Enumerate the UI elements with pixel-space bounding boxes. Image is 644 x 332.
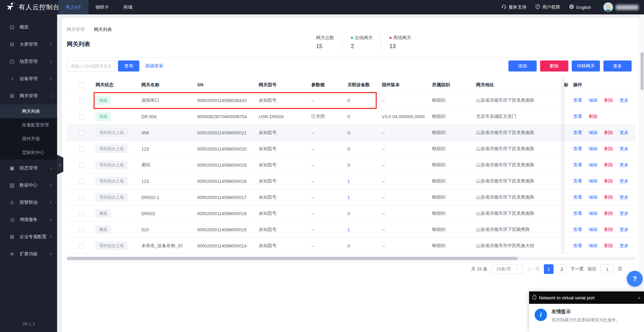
action-view[interactable]: 查看 <box>573 97 582 103</box>
user-permission-item[interactable]: 用户权限 <box>535 4 560 10</box>
action-edit[interactable]: 编辑 <box>589 146 598 152</box>
row-checkbox[interactable] <box>79 228 84 232</box>
row-checkbox[interactable] <box>79 147 84 152</box>
sidebar-item[interactable]: ▥数据中心∨ <box>0 177 57 194</box>
action-delete[interactable]: 删除 <box>604 194 613 200</box>
action-delete[interactable]: 删除 <box>604 146 613 152</box>
sidebar-item[interactable]: ◔设备管理∨ <box>0 70 57 87</box>
help-button[interactable]: ? <box>627 271 643 287</box>
action-delete[interactable]: 删除 <box>604 130 613 136</box>
sidebar-item[interactable]: ◷增值服务∨ <box>0 211 57 228</box>
select-all-checkbox[interactable] <box>79 82 84 87</box>
action-delete[interactable]: 删除 <box>604 210 613 217</box>
device-count-cell: 0 <box>347 114 382 119</box>
action-edit[interactable]: 编辑 <box>589 178 598 184</box>
service-support-item[interactable]: 服务支持 <box>501 4 526 10</box>
table-header-cell: 网关型号 <box>259 82 311 88</box>
action-view[interactable]: 查看 <box>573 178 582 184</box>
action-edit[interactable]: 编辑 <box>589 97 598 103</box>
action-more[interactable]: 更多 <box>620 162 629 168</box>
action-more[interactable]: 更多 <box>620 194 629 200</box>
vertical-scrollbar-thumb[interactable] <box>641 52 644 90</box>
table-row: 离线52000002000114596000015未知型号--1--根组织山东省… <box>67 222 635 238</box>
page-size-select[interactable]: 10条/页 ∨ <box>491 264 523 274</box>
tab-商城[interactable]: 商城 <box>116 0 140 14</box>
row-checkbox[interactable] <box>79 195 84 200</box>
device-count-link[interactable]: 1 <box>347 179 350 184</box>
advanced-search-link[interactable]: 高级搜索 <box>145 63 163 69</box>
delete-button[interactable]: 删除 <box>540 60 568 71</box>
page-number-1[interactable]: 1 <box>544 264 554 274</box>
action-view[interactable]: 查看 <box>573 146 582 152</box>
avatar[interactable] <box>603 2 613 12</box>
sidebar-item[interactable]: ⊟大屏管理∨ <box>0 36 57 53</box>
row-checkbox[interactable] <box>79 131 84 135</box>
action-delete[interactable]: 删除 <box>589 113 598 120</box>
action-edit[interactable]: 编辑 <box>589 243 598 249</box>
add-button[interactable]: 添加 <box>508 60 537 71</box>
language-switcher[interactable]: English <box>569 4 591 10</box>
goto-page-input[interactable] <box>600 264 614 274</box>
action-more[interactable]: 更多 <box>620 210 629 217</box>
more-button[interactable]: 更多 <box>603 60 632 71</box>
table-row: 等待初次上线DR502-100002000114596000017未知型号--1… <box>67 189 635 206</box>
sidebar-item[interactable]: ▣组态管理∨ <box>0 159 57 177</box>
row-checkbox[interactable] <box>79 179 84 184</box>
sidebar-item[interactable]: ⊡概览 <box>0 19 57 36</box>
action-more[interactable]: 更多 <box>620 97 629 103</box>
gateway-status-cell: 离线 <box>96 209 141 218</box>
action-edit[interactable]: 编辑 <box>589 226 598 233</box>
tab-物联卡[interactable]: 物联卡 <box>88 0 116 14</box>
action-more[interactable]: 更多 <box>620 243 629 249</box>
action-more[interactable]: 更多 <box>620 146 629 152</box>
action-edit[interactable]: 编辑 <box>589 194 598 200</box>
sidebar-item[interactable]: ⊠企业专属配置∨ <box>0 228 57 245</box>
query-button[interactable]: 查询 <box>118 60 139 71</box>
action-view[interactable]: 查看 <box>573 210 582 217</box>
transfer-gateway-button[interactable]: 转移网关 <box>572 60 600 71</box>
sidebar-item[interactable]: ⚠报警联动∨ <box>0 194 57 211</box>
action-delete[interactable]: 删除 <box>604 97 613 103</box>
action-delete[interactable]: 删除 <box>604 178 613 184</box>
action-view[interactable]: 查看 <box>573 130 582 136</box>
sidebar-subitem[interactable]: 批量配置管理 <box>0 118 57 132</box>
row-checkbox[interactable] <box>79 98 84 103</box>
table-header-cell: SN <box>197 82 259 87</box>
prev-page-button[interactable]: 上一页 <box>527 266 540 272</box>
action-view[interactable]: 查看 <box>573 113 582 120</box>
sidebar-subitem[interactable]: 定制化中心 <box>0 146 57 159</box>
action-view[interactable]: 查看 <box>573 243 582 249</box>
sidebar-item[interactable]: ≋扩展功能∨ <box>0 245 57 263</box>
action-edit[interactable]: 编辑 <box>589 130 598 136</box>
action-more[interactable]: 更多 <box>620 178 629 184</box>
close-icon[interactable]: × <box>637 295 641 301</box>
sidebar-subitem[interactable]: 固件升级 <box>0 132 57 146</box>
action-delete[interactable]: 删除 <box>604 243 613 249</box>
sidebar-subitem[interactable]: 网关列表 <box>0 104 57 118</box>
action-more[interactable]: 更多 <box>620 226 629 233</box>
page-number-2[interactable]: 2 <box>557 264 567 274</box>
gateway-name-cell: DR502 <box>141 211 197 216</box>
action-delete[interactable]: 删除 <box>604 226 613 233</box>
action-view[interactable]: 查看 <box>573 162 582 168</box>
action-edit[interactable]: 编辑 <box>589 210 598 217</box>
row-checkbox[interactable] <box>79 244 84 248</box>
row-checkbox[interactable] <box>79 211 84 216</box>
device-count-link[interactable]: 1 <box>347 195 350 200</box>
action-edit[interactable]: 编辑 <box>589 162 598 168</box>
next-page-button[interactable]: 下一页 <box>570 266 584 272</box>
row-checkbox[interactable] <box>79 163 84 168</box>
horizontal-scrollbar-thumb[interactable] <box>67 257 518 260</box>
action-view[interactable]: 查看 <box>573 226 582 233</box>
row-checkbox[interactable] <box>79 114 84 119</box>
action-view[interactable]: 查看 <box>573 194 582 200</box>
tab-有人IoT[interactable]: 有人IoT <box>58 0 88 14</box>
sidebar-item[interactable]: ⊞网关管理∧ <box>0 87 57 104</box>
breadcrumb-gateway-management[interactable]: 网关管理 <box>67 26 85 33</box>
sidebar-item[interactable]: ◳场景管理∨ <box>0 53 57 70</box>
action-delete[interactable]: 删除 <box>604 162 613 168</box>
search-input[interactable] <box>67 60 115 71</box>
action-more[interactable]: 更多 <box>620 130 629 136</box>
sidebar-collapse-toggle[interactable] <box>57 155 63 175</box>
device-count-link[interactable]: 1 <box>347 227 350 232</box>
